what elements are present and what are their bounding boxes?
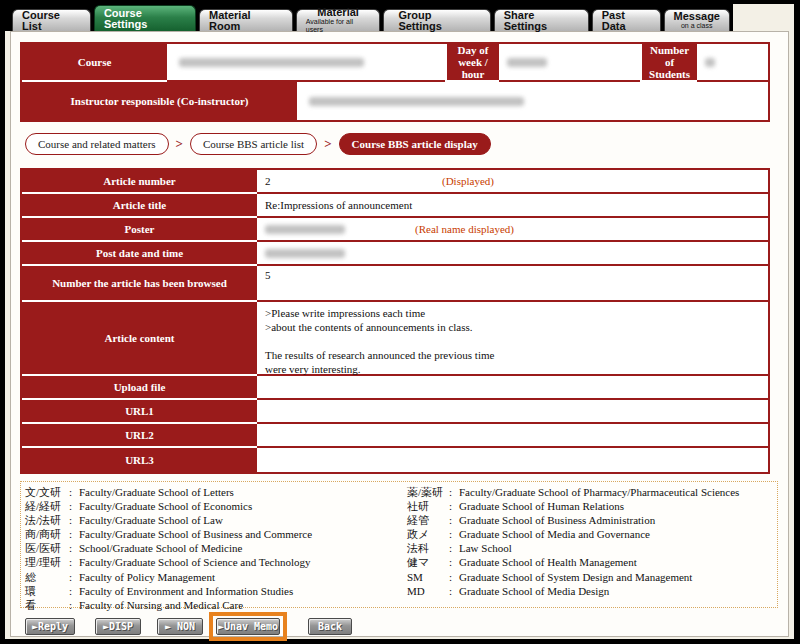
legend-colon: :	[449, 485, 459, 499]
legend-desc: Faculty/Graduate School of Letters	[79, 485, 234, 499]
article-table: Article number 2 (Displayed) Article tit…	[20, 168, 770, 474]
legend-desc: Graduate School of Media and Governance	[459, 527, 650, 541]
table-row-upload-file: Upload file	[22, 376, 768, 400]
legend-abbr: 経/経研	[25, 499, 69, 513]
legend-colon: :	[449, 555, 459, 569]
course-label: Course	[22, 44, 167, 82]
post-date-cell	[257, 242, 768, 266]
legend-item: 文/文研:Faculty/Graduate School of Letters	[25, 485, 312, 499]
instructor-cell	[297, 82, 768, 120]
legend-item: 薬/薬研:Faculty/Graduate School of Pharmacy…	[407, 485, 739, 499]
legend-colon: :	[449, 513, 459, 527]
unav-memo-button[interactable]: ►Unav Memo	[216, 618, 280, 635]
browse-count-cell: 5	[257, 266, 768, 302]
tab-label: Past Data	[602, 10, 651, 32]
tab-sublabel: on a class	[681, 22, 713, 30]
legend-abbr: 薬/薬研	[407, 485, 449, 499]
legend-item: 看:Faculty of Nursing and Medical Care	[25, 598, 312, 612]
legend-colon: :	[69, 598, 79, 612]
faculty-legend: 文/文研:Faculty/Graduate School of Letters …	[20, 481, 778, 608]
tab-label: Group Settings	[398, 10, 475, 32]
table-row-article-number: Article number 2 (Displayed)	[22, 170, 768, 194]
legend-abbr: 社研	[407, 499, 449, 513]
legend-item: 健マ:Graduate School of Health Management	[407, 555, 739, 569]
article-title-label: Article title	[22, 194, 257, 218]
legend-colon: :	[69, 513, 79, 527]
legend-item: 医/医研:School/Graduate School of Medicine	[25, 541, 312, 555]
legend-item: 経/経研:Faculty/Graduate School of Economic…	[25, 499, 312, 513]
tab-label: Material	[317, 7, 359, 18]
disp-button[interactable]: ►DISP	[95, 618, 141, 635]
tab-material[interactable]: Material Available for all users	[296, 9, 381, 31]
redacted-course-name	[179, 58, 364, 67]
tab-course-list[interactable]: Course List	[12, 9, 91, 31]
url2-label: URL2	[22, 424, 257, 448]
legend-colon: :	[449, 541, 459, 555]
legend-desc: Faculty of Nursing and Medical Care	[79, 598, 243, 612]
tab-sublabel: Available for all users	[306, 18, 371, 34]
course-name-cell	[167, 44, 445, 82]
legend-item: MD:Graduate School of Media Design	[407, 584, 739, 598]
legend-item: 理/理研:Faculty/Graduate School of Science …	[25, 555, 312, 569]
redacted-day-hour	[507, 58, 547, 67]
tab-label: Material Room	[209, 10, 283, 32]
table-row-post-date: Post date and time	[22, 242, 768, 266]
tab-label: Course List	[22, 10, 81, 32]
instructor-label: Instructor responsible (Co-instructor)	[22, 82, 297, 120]
reply-button[interactable]: ►Reply	[25, 618, 75, 635]
article-number-cell: 2 (Displayed)	[257, 170, 768, 194]
legend-desc: Graduate School of Health Management	[459, 555, 637, 569]
legend-colon: :	[69, 570, 79, 584]
legend-abbr: 法/法研	[25, 513, 69, 527]
tab-material-room[interactable]: Material Room	[199, 9, 293, 31]
post-date-label: Post date and time	[22, 242, 257, 266]
chevron-right-icon: >	[176, 136, 183, 152]
back-button[interactable]: Back	[308, 618, 352, 635]
legend-abbr: 総	[25, 570, 69, 584]
legend-colon: :	[69, 541, 79, 555]
upload-file-cell	[257, 376, 768, 400]
url1-label: URL1	[22, 400, 257, 424]
legend-desc: Graduate School of System Design and Man…	[459, 570, 692, 584]
legend-colon: :	[449, 499, 459, 513]
day-of-week-label: Day of week / hour	[445, 44, 499, 82]
tab-past-data[interactable]: Past Data	[592, 9, 661, 31]
tab-share-settings[interactable]: Share Settings	[494, 9, 589, 31]
legend-colon: :	[449, 570, 459, 584]
legend-desc: Law School	[459, 541, 512, 555]
legend-item: 経管:Graduate School of Business Administr…	[407, 513, 739, 527]
legend-desc: Faculty of Environment and Information S…	[79, 584, 293, 598]
legend-desc: Graduate School of Business Administrati…	[459, 513, 655, 527]
legend-colon: :	[449, 584, 459, 598]
students-label: Number of Students	[640, 44, 697, 82]
upload-file-label: Upload file	[22, 376, 257, 400]
tab-course-settings[interactable]: Course Settings	[94, 5, 196, 31]
redacted-poster-name	[265, 225, 345, 234]
table-row-article-content: Article content >Please write impression…	[22, 302, 768, 376]
legend-desc: Faculty/Graduate School of Law	[79, 513, 223, 527]
legend-desc: Faculty/Graduate School of Pharmacy/Phar…	[459, 485, 739, 499]
tab-label: Message	[674, 11, 720, 22]
table-row-url3: URL3	[22, 448, 768, 472]
breadcrumb-bbs-article-list[interactable]: Course BBS article list	[190, 133, 317, 155]
legend-abbr: 理/理研	[25, 555, 69, 569]
legend-right-column: 薬/薬研:Faculty/Graduate School of Pharmacy…	[407, 485, 739, 598]
url3-label: URL3	[22, 448, 257, 472]
tab-message[interactable]: Message on a class	[664, 9, 730, 31]
legend-desc: Faculty of Policy Management	[79, 570, 215, 584]
legend-abbr: 医/医研	[25, 541, 69, 555]
breadcrumb-course-matters[interactable]: Course and related matters	[25, 133, 169, 155]
article-content-cell: >Please write impressions each time >abo…	[257, 302, 768, 376]
article-title-cell: Re:Impressions of announcement	[257, 194, 768, 218]
legend-abbr: SM	[407, 570, 449, 584]
day-of-week-cell	[499, 44, 640, 82]
breadcrumb-bbs-article-display: Course BBS article display	[339, 133, 491, 155]
real-name-note: (Real name displayed)	[415, 223, 514, 235]
poster-label: Poster	[22, 218, 257, 242]
legend-colon: :	[69, 555, 79, 569]
article-number-value: 2	[265, 175, 271, 187]
legend-item: 政メ:Graduate School of Media and Governan…	[407, 527, 739, 541]
non-button[interactable]: ► NON	[157, 618, 203, 635]
tab-group-settings[interactable]: Group Settings	[383, 9, 490, 31]
tab-label: Course Settings	[104, 8, 186, 30]
